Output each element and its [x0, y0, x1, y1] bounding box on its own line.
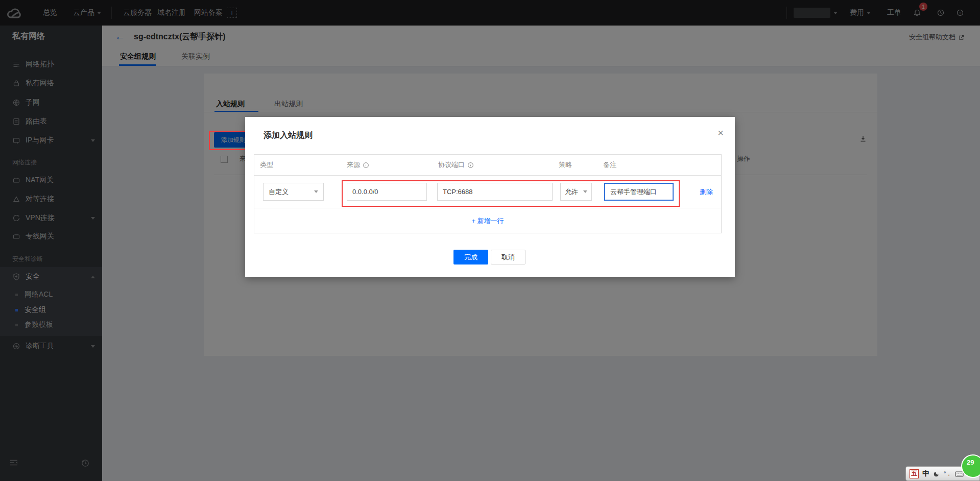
rule-table: 类型 来源 协议端口 策略 备注 自定义 0.0.0.0/0 TCP:6688: [254, 154, 722, 233]
info-icon[interactable]: [363, 162, 369, 169]
add-line-link[interactable]: + 新增一行: [471, 217, 504, 226]
punctuation-indicator[interactable]: °，: [944, 470, 951, 477]
column-header-policy: 策略: [559, 155, 572, 175]
column-header-note: 备注: [603, 155, 616, 175]
modal-title: 添加入站规则: [264, 130, 313, 141]
info-icon[interactable]: [467, 162, 474, 169]
add-line-row: + 新增一行: [254, 208, 721, 234]
column-header-type: 类型: [260, 155, 273, 175]
protocol-port-input[interactable]: TCP:6688: [437, 183, 553, 201]
app-root: 总览 云产品 云服务器 域名注册 网站备案 + 费用 工单 1: [0, 0, 980, 481]
confirm-button[interactable]: 完成: [453, 250, 488, 264]
ime-wubi-indicator[interactable]: 五: [910, 469, 919, 478]
source-input[interactable]: 0.0.0.0/0: [347, 183, 427, 201]
column-header-protocol-port: 协议端口: [438, 155, 474, 175]
policy-select[interactable]: 允许: [560, 183, 592, 201]
button-label: 完成: [464, 253, 477, 262]
close-icon[interactable]: ×: [718, 127, 724, 139]
delete-rule-link[interactable]: 删除: [700, 187, 713, 197]
chevron-down-icon: [314, 190, 318, 193]
button-label: 取消: [501, 253, 515, 262]
policy-select-value: 允许: [565, 187, 578, 197]
type-select[interactable]: 自定义: [263, 183, 324, 201]
column-header-source: 来源: [347, 155, 369, 175]
chevron-down-icon: [583, 190, 587, 193]
add-inbound-rule-modal: 添加入站规则 × 类型 来源 协议端口 策略 备注 自定义 0.0.0.0/0: [245, 117, 735, 277]
moon-icon[interactable]: [933, 470, 940, 477]
cancel-button[interactable]: 取消: [491, 250, 525, 264]
type-select-value: 自定义: [269, 187, 289, 197]
ime-language-indicator[interactable]: 中: [922, 469, 929, 478]
note-input[interactable]: 云帮手管理端口: [604, 183, 674, 201]
rule-row: 自定义 0.0.0.0/0 TCP:6688 允许 云帮手管理端口 删除: [254, 176, 721, 208]
